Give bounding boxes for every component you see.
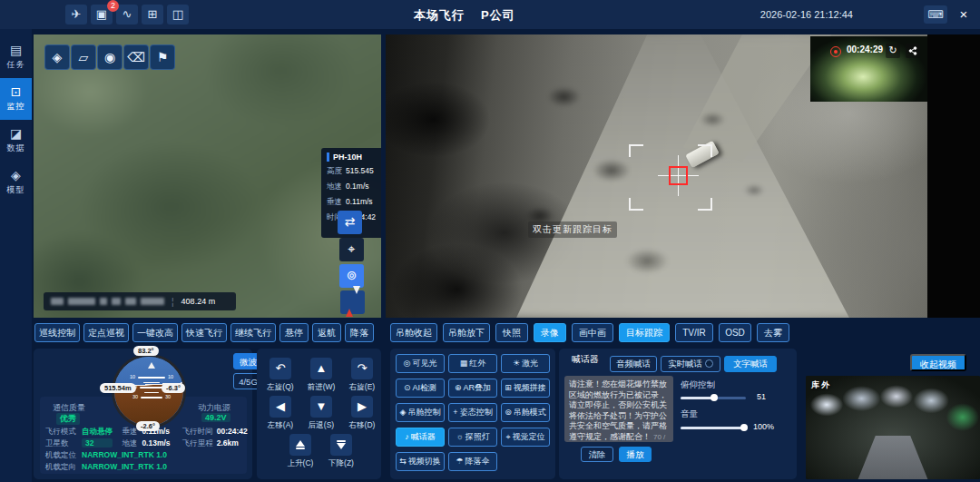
infrared-button[interactable]: ▦红外 (448, 354, 497, 373)
telemetry-panel: 1010 2020 3030 83.2° 515.54m -6.3° -2.6°… (34, 349, 252, 479)
target-tracking-button[interactable]: 目标跟踪 (619, 323, 670, 342)
layers-icon[interactable]: ◈ (44, 44, 70, 70)
broadcast-message: 请注意！您在烟花爆竹禁放区域的燃放行为已被记录，请立即停止，否则公安机关将依法给… (569, 379, 667, 441)
ascend-button[interactable] (289, 434, 311, 456)
attitude-icon: + (453, 408, 457, 417)
sidebar-item-model[interactable]: ◈ 模型 (0, 162, 32, 203)
pod-deploy-button[interactable]: 吊舱放下 (443, 323, 490, 342)
sidebar-item-data[interactable]: ◪ 数据 (0, 120, 32, 162)
roll-value: -2.6° (136, 421, 160, 431)
continue-flight-button[interactable]: 继续飞行 (230, 323, 276, 342)
move-left-button[interactable]: ◀ (270, 396, 291, 418)
video-stitch-button[interactable]: ⊞视频拼接 (501, 379, 550, 398)
volume-slider-thumb[interactable] (740, 424, 748, 431)
clear-icon[interactable]: ⌫ (123, 44, 149, 70)
collapse-video-button[interactable]: 收起视频 (910, 354, 966, 371)
volume-slider[interactable] (681, 427, 746, 429)
image-icon[interactable]: ◫ (167, 5, 189, 25)
forward-button[interactable]: ▲ (310, 358, 332, 379)
descend-button[interactable] (330, 434, 352, 456)
ar-overlay-button[interactable]: ⊕AR叠加 (448, 379, 497, 398)
comm-quality-value: 优秀 (56, 413, 80, 425)
keyboard-icon[interactable]: ⌨ (924, 5, 947, 24)
data-chart-icon: ◪ (0, 126, 32, 141)
record-button[interactable]: 录像 (534, 323, 566, 342)
fast-flight-button[interactable]: 快速飞行 (181, 323, 227, 342)
heading-pointer (148, 362, 155, 369)
laser-button[interactable]: ☀激光 (501, 354, 550, 373)
compass-icon[interactable] (340, 290, 365, 314)
pin-icon[interactable]: ⚑ (150, 44, 175, 70)
laser-icon: ☀ (513, 359, 520, 368)
pip-toggle-button[interactable]: 画中画 (572, 323, 613, 342)
redacted-coordinates (112, 298, 121, 305)
change-altitude-button[interactable]: 一键改高 (132, 323, 178, 342)
visual-positioning-button[interactable]: ⌖视觉定位 (501, 428, 550, 447)
searchlight-icon: ☼ (456, 432, 463, 441)
move-right-button[interactable]: ▶ (351, 396, 373, 418)
broadcast-message-box[interactable]: 请注意！您在烟花爆竹禁放区域的燃放行为已被记录，请立即停止，否则公安机关将依法给… (564, 376, 673, 442)
video-switch-icon: ⇆ (399, 457, 407, 466)
pitch-value: -6.3° (162, 383, 185, 393)
pod-retract-button[interactable]: 吊舱收起 (390, 323, 437, 342)
attitude-control-button[interactable]: +姿态控制 (448, 403, 497, 422)
refresh-icon[interactable]: ↻ (886, 44, 900, 58)
hover-button[interactable]: 悬停 (279, 323, 309, 342)
text-broadcast-button[interactable]: 文字喊话 (724, 356, 777, 372)
camera-location-label: 库外 (811, 379, 831, 391)
ar-icon: ⊕ (455, 383, 462, 392)
return-home-button[interactable]: 返航 (312, 323, 341, 342)
media-library-icon[interactable]: ⊞ (142, 5, 163, 25)
loudspeaker-button[interactable]: ♪喊话器 (396, 428, 445, 447)
pitch-slider[interactable] (681, 397, 746, 399)
speaker-icon: ♪ (405, 432, 409, 441)
target-lock-box (669, 166, 688, 185)
thermal-video-feed[interactable]: 双击更新跟踪目标 00:24:29 ↻ (386, 34, 980, 318)
clear-button[interactable]: 清除 (581, 447, 613, 462)
drone-icon[interactable]: ✈ (65, 5, 87, 25)
backward-button[interactable]: ▼ (310, 396, 332, 418)
picture-in-picture[interactable]: 00:24:29 ↻ (810, 36, 927, 102)
video-switch-button[interactable]: ⇆视频切换 (396, 452, 445, 471)
map-view[interactable]: ◈ ▱ ◉ ⌫ ⚑ PH-10H 高度515.545 地速0.1m/s 垂速0.… (34, 34, 381, 318)
aircraft-name: PH-10H (327, 152, 381, 162)
pitch-value: 51 (757, 392, 766, 401)
rotate-right-button[interactable]: ↷ (351, 358, 373, 379)
pod-mode-icon: ⊚ (505, 408, 512, 417)
sidebar-item-monitor[interactable]: ⊡ 监控 (0, 78, 32, 120)
power-value: 49.2V (201, 413, 230, 422)
ai-detect-button[interactable]: ⊙AI检测 (396, 379, 445, 398)
fixed-point-patrol-button[interactable]: 定点巡视 (83, 323, 129, 342)
measure-icon[interactable]: ▱ (71, 44, 96, 70)
stats-row: 机载定位NARROW_INT_RTK 1.0 (45, 450, 167, 461)
route-icon[interactable]: ∿ (116, 5, 138, 25)
visual-positioning-icon: ⌖ (505, 432, 510, 441)
live-broadcast-button[interactable]: 实时喊话 (661, 356, 720, 372)
globe-icon[interactable]: ⊚ (339, 264, 364, 288)
defog-button[interactable]: 去雾 (757, 323, 789, 342)
land-button[interactable]: 降落 (345, 323, 374, 342)
swap-view-icon[interactable]: ⇄ (338, 211, 362, 234)
searchlight-button[interactable]: ☼探照灯 (448, 428, 497, 447)
visible-light-button[interactable]: ◎可见光 (396, 354, 445, 373)
play-button[interactable]: 播放 (619, 447, 652, 462)
patrol-control-button[interactable]: 巡线控制 (34, 323, 80, 342)
altitude-value: 515.54m (100, 383, 136, 393)
sidebar-item-tasks[interactable]: ▤ 任务 (0, 36, 32, 78)
pod-control-button[interactable]: ◈吊舱控制 (396, 403, 445, 422)
rotate-left-button[interactable]: ↶ (270, 358, 291, 379)
locate-aircraft-icon[interactable]: ⌖ (339, 238, 364, 261)
recording-icon (830, 46, 841, 57)
marker-icon[interactable]: ◉ (97, 44, 122, 70)
ground-camera-thumbnail[interactable]: 库外 (806, 376, 980, 479)
audio-broadcast-button[interactable]: 音频喊话 (610, 356, 657, 372)
osd-button[interactable]: OSD (719, 323, 751, 342)
pod-mode-button[interactable]: ⊚吊舱模式 (501, 403, 550, 422)
close-icon[interactable]: × (955, 5, 973, 24)
share-icon[interactable] (906, 44, 920, 58)
parachute-button[interactable]: ☂降落伞 (448, 452, 497, 471)
stats-row: 机载定向NARROW_INT_RTK 1.0 (45, 462, 167, 473)
snapshot-button[interactable]: 快照 (495, 323, 528, 342)
pitch-slider-thumb[interactable] (710, 394, 718, 401)
tv-ir-button[interactable]: TV/IR (675, 323, 713, 342)
